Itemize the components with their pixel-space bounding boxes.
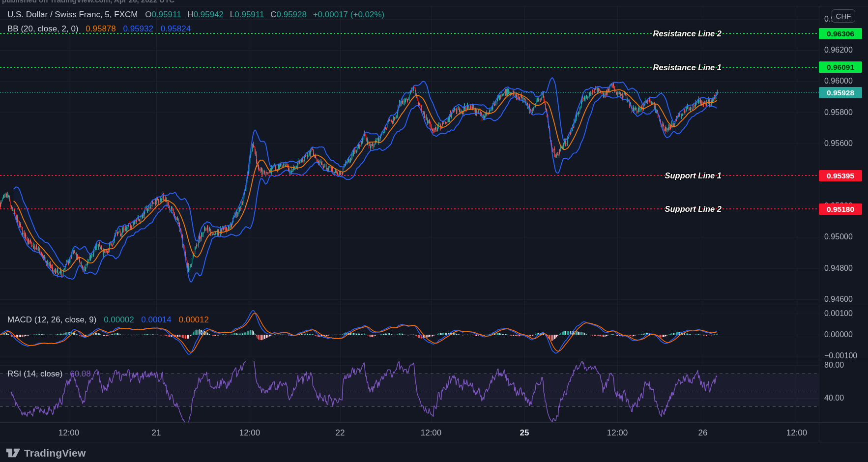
price-support-badge: 0.95395 xyxy=(819,170,862,181)
bb-basis-value: 0.95878 xyxy=(86,24,116,33)
price-axis-label: 0.96200 xyxy=(824,46,853,55)
price-axis-label: 0.95800 xyxy=(824,108,853,117)
time-axis-label: 22 xyxy=(336,428,345,438)
time-axis-label: 21 xyxy=(152,428,161,438)
time-axis-label: 12:00 xyxy=(58,428,80,438)
level-label: Resistance Line 1 xyxy=(653,62,722,73)
price-resistance-badge: 0.96091 xyxy=(819,61,862,73)
low-value: 0.95911 xyxy=(234,10,264,19)
level-label: Resistance Line 2 xyxy=(653,28,722,39)
price-macd-divider[interactable] xyxy=(0,305,868,305)
macd-axis-label: 0.00100 xyxy=(824,309,853,318)
rsi-timeaxis-divider xyxy=(0,422,868,423)
time-axis-label: 12:00 xyxy=(239,428,260,438)
tradingview-logo-text: TradingView xyxy=(24,447,86,459)
time-axis-label: 26 xyxy=(698,428,708,438)
macd-legend[interactable]: MACD (12, 26, close, 9) 0.00002 0.00014 … xyxy=(7,315,209,325)
price-last-badge: 0.95928 xyxy=(819,87,862,98)
time-axis-label: 12:00 xyxy=(421,428,442,438)
close-value: 0.95928 xyxy=(277,10,307,19)
price-resistance-badge: 0.96306 xyxy=(819,28,862,39)
level-label: Support Line 1 xyxy=(665,170,722,181)
change-value: +0.00017 (+0.02%) xyxy=(313,10,385,19)
rsi-axis-label: 80.00 xyxy=(824,361,844,370)
currency-button[interactable]: CHF xyxy=(832,9,855,23)
time-axis-label: 25 xyxy=(520,428,529,438)
chart-canvas[interactable] xyxy=(0,0,868,462)
tradingview-logo[interactable]: TradingView xyxy=(6,447,86,459)
price-support-badge: 0.95180 xyxy=(819,203,862,215)
pane-top-border xyxy=(0,6,868,6)
rsi-value: 60.08 xyxy=(70,369,91,378)
bb-upper-value: 0.95932 xyxy=(123,24,153,33)
watermark: published on TradingView.com, Apr 26, 20… xyxy=(2,0,690,5)
last-price-line xyxy=(0,92,819,93)
price-axis-label: 0.95000 xyxy=(824,232,853,241)
macd-axis-label: −0.00100 xyxy=(824,351,857,360)
time-axis-label: 12:00 xyxy=(607,428,628,438)
symbol-title: U.S. Dollar / Swiss Franc, 5, FXCM xyxy=(7,10,138,19)
level-label: Support Line 2 xyxy=(665,203,722,214)
macd-axis-label: 0.00000 xyxy=(824,330,853,339)
rsi-legend[interactable]: RSI (14, close) 60.08 xyxy=(7,369,91,379)
rsi-axis-label: 40.00 xyxy=(824,394,844,403)
macd-signal-value: 0.00012 xyxy=(179,315,209,324)
timeaxis-bottom-border xyxy=(0,442,868,442)
macd-line-value: 0.00014 xyxy=(141,315,171,324)
price-axis-label: 0.96000 xyxy=(824,77,853,86)
open-value: 0.95911 xyxy=(151,10,181,19)
macd-hist-value: 0.00002 xyxy=(104,315,134,324)
price-axis-label: 0.95600 xyxy=(824,139,853,148)
bb-lower-value: 0.95824 xyxy=(161,24,191,33)
time-axis-label: 12:00 xyxy=(786,428,808,438)
bb-legend[interactable]: BB (20, close, 2, 0) 0.95878 0.95932 0.9… xyxy=(7,24,191,34)
chart-window: published on TradingView.com, Apr 26, 20… xyxy=(0,0,868,462)
price-axis-label: 0.94800 xyxy=(824,264,853,273)
price-axis-label: 0.94600 xyxy=(824,295,853,304)
high-value: 0.95942 xyxy=(194,10,224,19)
tradingview-logo-icon xyxy=(6,448,21,459)
macd-rsi-divider[interactable] xyxy=(0,361,868,361)
symbol-legend[interactable]: U.S. Dollar / Swiss Franc, 5, FXCM O0.95… xyxy=(7,10,384,20)
